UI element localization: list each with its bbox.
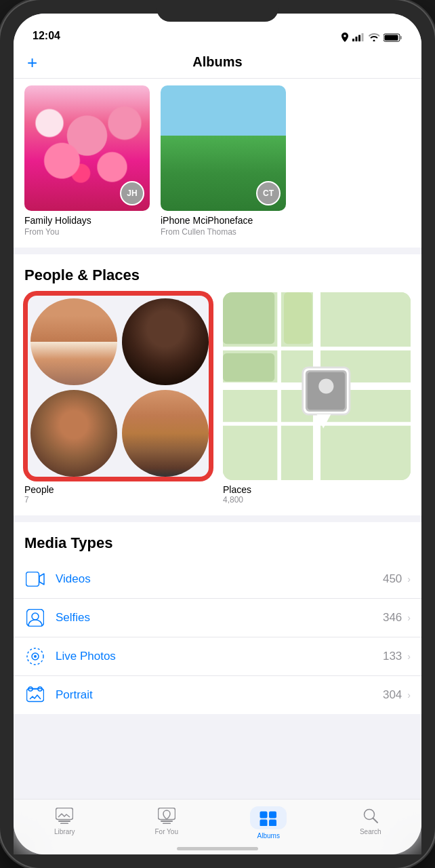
album-from-0: From You xyxy=(24,227,150,237)
tab-foryou-label: For You xyxy=(155,828,178,835)
svg-rect-34 xyxy=(161,821,173,822)
album-thumb-cake: JH xyxy=(24,85,150,211)
portrait-icon xyxy=(24,684,46,706)
foryou-tab-icon xyxy=(157,806,176,825)
svg-rect-6 xyxy=(385,35,398,40)
tab-bar: Library For You xyxy=(14,799,421,854)
svg-rect-38 xyxy=(260,820,268,827)
svg-rect-31 xyxy=(58,821,70,822)
tab-search-label: Search xyxy=(360,828,381,835)
svg-point-23 xyxy=(32,613,39,620)
svg-rect-1 xyxy=(356,37,358,41)
media-label-videos: Videos xyxy=(56,572,383,586)
shared-albums-section: JH Family Holidays From You CT iPhone Mc… xyxy=(14,79,421,248)
face-2 xyxy=(122,298,209,385)
people-grid-item[interactable]: People 7 xyxy=(24,292,212,505)
album-from-1: From Cullen Thomas xyxy=(161,227,286,237)
search-tab-icon xyxy=(361,806,380,825)
media-types-section: Media Types Videos 450 › xyxy=(14,522,421,714)
svg-point-26 xyxy=(34,655,37,658)
tab-albums-bg xyxy=(250,806,287,829)
video-icon xyxy=(24,568,46,590)
people-thumb xyxy=(24,292,212,480)
svg-point-19 xyxy=(318,378,333,393)
face-3 xyxy=(30,390,117,477)
people-places-section: People & Places xyxy=(14,254,421,515)
albums-tab-icon xyxy=(260,810,277,826)
media-count-portrait: 304 xyxy=(383,688,402,702)
svg-rect-21 xyxy=(26,572,39,587)
avatar-jh: JH xyxy=(120,181,144,205)
content-scroll[interactable]: JH Family Holidays From You CT iPhone Mc… xyxy=(14,79,421,795)
svg-rect-35 xyxy=(163,823,171,825)
battery-icon xyxy=(384,33,402,42)
status-icons xyxy=(341,33,402,42)
places-thumb xyxy=(223,292,411,480)
chevron-icon-portrait: › xyxy=(407,690,411,701)
nav-bar: + Albums xyxy=(14,47,421,79)
location-icon xyxy=(341,33,348,42)
svg-line-41 xyxy=(373,818,377,823)
svg-rect-36 xyxy=(260,812,268,818)
tab-library-label: Library xyxy=(54,828,75,835)
chevron-icon-livephotos: › xyxy=(407,651,411,662)
chevron-icon-selfies: › xyxy=(407,612,411,623)
tab-for-you[interactable]: For You xyxy=(116,806,218,835)
tab-albums[interactable]: Albums xyxy=(218,806,320,840)
svg-rect-32 xyxy=(60,823,68,825)
places-grid-item[interactable]: Places 4,800 xyxy=(223,292,411,505)
svg-rect-0 xyxy=(352,39,354,41)
svg-rect-37 xyxy=(269,812,276,818)
media-item-livephotos[interactable]: Live Photos 133 › xyxy=(14,637,421,676)
album-scroll[interactable]: JH Family Holidays From You CT iPhone Mc… xyxy=(14,79,421,248)
add-button[interactable]: + xyxy=(27,54,37,71)
tab-albums-label: Albums xyxy=(257,832,280,840)
media-count-selfies: 346 xyxy=(383,611,402,625)
people-count: 7 xyxy=(24,495,212,505)
media-item-videos[interactable]: Videos 450 › xyxy=(14,560,421,599)
media-label-selfies: Selfies xyxy=(56,611,383,625)
chevron-icon-videos: › xyxy=(407,574,411,585)
svg-rect-15 xyxy=(223,353,274,382)
media-types-header: Media Types xyxy=(14,522,421,560)
face-1 xyxy=(30,298,117,385)
face-4 xyxy=(122,390,209,477)
selfie-icon xyxy=(24,607,46,629)
media-label-portrait: Portrait xyxy=(56,688,383,702)
album-name-0: Family Holidays xyxy=(24,215,150,226)
nav-title: Albums xyxy=(192,54,242,70)
wifi-icon xyxy=(369,33,379,41)
album-name-1: iPhone MciPhoneface xyxy=(161,215,286,226)
album-item-family-holidays[interactable]: JH Family Holidays From You xyxy=(24,85,150,237)
avatar-ct: CT xyxy=(256,181,281,205)
places-count: 4,800 xyxy=(223,495,411,505)
album-thumb-grass: CT xyxy=(161,85,286,211)
svg-rect-30 xyxy=(56,808,73,820)
album-item-iphone[interactable]: CT iPhone MciPhoneface From Cullen Thoma… xyxy=(161,85,286,237)
media-count-videos: 450 xyxy=(383,572,402,586)
media-item-selfies[interactable]: Selfies 346 › xyxy=(14,599,421,637)
livephoto-icon xyxy=(24,646,46,667)
media-count-livephotos: 133 xyxy=(383,650,402,663)
notch xyxy=(157,0,278,22)
svg-rect-14 xyxy=(284,292,312,344)
svg-rect-33 xyxy=(158,808,175,820)
people-places-grid: People 7 xyxy=(14,292,421,515)
svg-rect-3 xyxy=(362,33,364,41)
media-label-livephotos: Live Photos xyxy=(56,650,383,663)
svg-rect-5 xyxy=(400,36,402,39)
media-item-portrait[interactable]: Portrait 304 › xyxy=(14,676,421,714)
library-tab-icon xyxy=(55,806,74,825)
tab-search[interactable]: Search xyxy=(320,806,422,835)
map-svg xyxy=(223,292,411,480)
people-places-header: People & Places xyxy=(14,254,421,292)
tab-library[interactable]: Library xyxy=(14,806,116,835)
signal-icon xyxy=(352,33,365,41)
svg-rect-2 xyxy=(358,35,360,42)
places-label: Places xyxy=(223,484,411,495)
svg-rect-39 xyxy=(269,820,276,827)
phone-screen: 12:04 xyxy=(14,14,421,854)
people-label: People xyxy=(24,484,212,495)
phone-frame: 12:04 xyxy=(0,0,435,868)
status-time: 12:04 xyxy=(33,30,60,42)
